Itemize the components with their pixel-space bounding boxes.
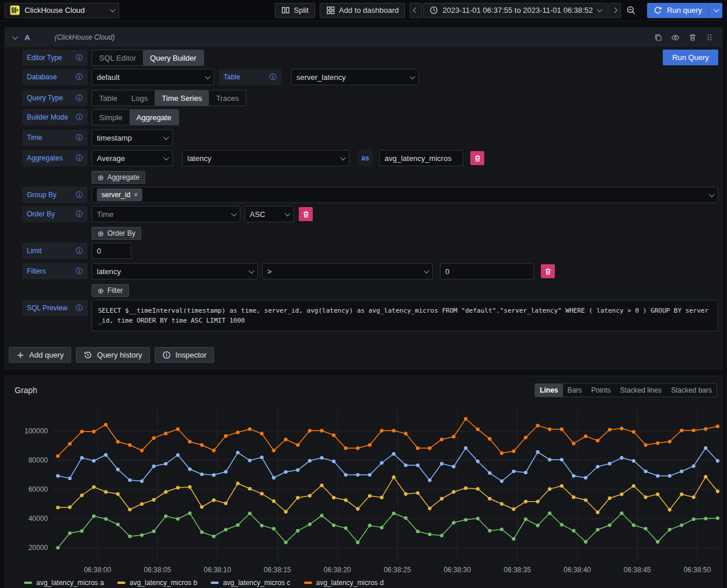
split-button[interactable]: Split — [275, 3, 315, 18]
series-point — [344, 446, 348, 450]
mode-tab-stacked-bars[interactable]: Stacked bars — [666, 384, 716, 397]
run-query-button[interactable]: Run query — [647, 3, 708, 18]
remove-query-button[interactable] — [687, 32, 698, 43]
info-icon[interactable]: ⓘ — [76, 94, 83, 102]
top-navigation-bar: ClickHouse Cloud Split Add to dashboard … — [0, 0, 727, 21]
mode-tab-lines[interactable]: Lines — [535, 384, 562, 397]
series-point — [464, 446, 467, 450]
database-select[interactable]: default — [92, 69, 214, 85]
query-history-button[interactable]: Query history — [76, 347, 149, 363]
series-point — [104, 490, 107, 494]
editor-type-option-sql-editor[interactable]: SQL Editor — [92, 50, 143, 65]
group-by-label: Group By ⓘ — [22, 187, 88, 203]
remove-order-by-button[interactable] — [299, 207, 313, 221]
order-by-direction-select[interactable]: ASC — [244, 206, 294, 222]
remove-filter-button[interactable] — [541, 264, 555, 278]
query-type-option-table[interactable]: Table — [92, 90, 124, 106]
aggregates-label: Aggregates ⓘ — [22, 150, 88, 166]
info-icon[interactable]: ⓘ — [76, 268, 83, 275]
series-point — [56, 454, 60, 458]
mode-tab-points[interactable]: Points — [586, 384, 615, 397]
time-column-select[interactable]: timestamp — [92, 130, 173, 146]
legend-swatch-icon — [24, 582, 32, 584]
remove-aggregate-button[interactable] — [470, 151, 484, 165]
info-icon[interactable]: ⓘ — [76, 134, 83, 141]
series-point — [620, 492, 623, 496]
legend-item[interactable]: avg_latency_micros c — [211, 579, 290, 587]
info-icon[interactable]: ⓘ — [76, 247, 83, 254]
run-query-dropdown-button[interactable] — [708, 3, 722, 18]
series-point — [236, 523, 240, 527]
info-icon[interactable]: ⓘ — [270, 74, 277, 80]
drag-handle[interactable] — [704, 32, 715, 43]
info-icon[interactable]: ⓘ — [76, 304, 83, 312]
add-order-by-button[interactable]: ⊕ Order By — [92, 227, 141, 240]
series-point — [164, 490, 167, 494]
query-type-option-traces[interactable]: Traces — [209, 90, 246, 106]
series-point — [200, 530, 204, 534]
series-point — [188, 440, 191, 443]
group-by-tag-server-id[interactable]: server_id × — [97, 188, 142, 201]
database-value: default — [97, 73, 120, 82]
builder-mode-option-aggregate[interactable]: Aggregate — [130, 110, 179, 125]
filters-label: Filters ⓘ — [22, 263, 88, 279]
aggregate-function-select[interactable]: Average — [92, 150, 173, 166]
query-row-header[interactable]: A (ClickHouse Cloud) — [5, 28, 722, 47]
mode-tab-stacked-lines[interactable]: Stacked lines — [616, 384, 666, 397]
time-range-back-button[interactable] — [410, 3, 422, 18]
time-range-forward-button[interactable] — [609, 3, 621, 18]
filter-field-select[interactable]: latency — [92, 263, 258, 279]
chevron-down-icon — [110, 6, 116, 12]
order-by-field-select[interactable]: Time — [92, 206, 240, 222]
series-point — [416, 491, 420, 495]
add-filter-button[interactable]: ⊕ Filter — [92, 284, 129, 297]
series-point — [536, 424, 540, 427]
info-icon[interactable]: ⓘ — [76, 155, 83, 162]
series-point — [308, 494, 312, 498]
timeseries-chart[interactable]: 2000040000600008000010000006:38:0006:38:… — [5, 402, 722, 577]
editor-type-option-query-builder[interactable]: Query Builder — [143, 50, 203, 65]
query-type-option-logs[interactable]: Logs — [124, 90, 155, 106]
filter-operator-select[interactable]: > — [262, 263, 433, 279]
add-aggregate-button[interactable]: ⊕ Aggregate — [92, 171, 145, 184]
group-by-multiselect[interactable]: server_id × — [92, 187, 718, 203]
series-point — [656, 492, 659, 496]
legend-item[interactable]: avg_latency_micros b — [117, 579, 197, 587]
add-to-dashboard-button[interactable]: Add to dashboard — [320, 3, 406, 18]
query-type-option-time-series[interactable]: Time Series — [155, 90, 209, 106]
series-point — [212, 498, 215, 502]
inspector-button[interactable]: Inspector — [155, 347, 214, 363]
collapse-chevron-icon[interactable] — [12, 34, 18, 40]
remove-tag-icon[interactable]: × — [134, 191, 138, 199]
builder-mode-option-simple[interactable]: Simple — [92, 110, 130, 125]
toggle-visibility-button[interactable] — [670, 32, 681, 43]
info-icon[interactable]: ⓘ — [76, 191, 83, 198]
series-point — [584, 476, 588, 480]
legend-item[interactable]: avg_latency_micros d — [304, 579, 384, 587]
series-point — [260, 492, 264, 495]
datasource-picker[interactable]: ClickHouse Cloud — [5, 3, 119, 18]
query-type-label: Query Type ⓘ — [22, 90, 88, 106]
series-point — [104, 423, 107, 426]
info-icon[interactable]: ⓘ — [76, 74, 83, 80]
duplicate-query-button[interactable] — [653, 32, 663, 43]
mode-tab-bars[interactable]: Bars — [563, 384, 587, 397]
legend-item[interactable]: avg_latency_micros a — [24, 579, 104, 587]
add-query-button[interactable]: Add query — [9, 347, 71, 363]
series-point — [428, 478, 431, 482]
sql-preview-row: SQL Preview ⓘ SELECT $__timeInterval(tim… — [22, 300, 718, 331]
filter-value-input[interactable] — [440, 263, 534, 279]
time-range-picker[interactable]: 2023-11-01 06:37:55 to 2023-11-01 06:38:… — [423, 3, 607, 18]
run-query-editor-button[interactable]: Run Query — [663, 50, 718, 65]
aggregate-column-select[interactable]: latency — [182, 150, 349, 166]
info-icon[interactable]: ⓘ — [76, 54, 83, 61]
limit-input[interactable] — [92, 243, 131, 259]
refresh-icon — [653, 6, 662, 15]
zoom-out-button[interactable] — [622, 3, 640, 18]
info-icon[interactable]: ⓘ — [76, 211, 83, 218]
aggregate-alias-input[interactable] — [379, 150, 463, 166]
table-select[interactable]: server_latency — [291, 69, 419, 85]
series-point — [116, 468, 120, 471]
info-icon[interactable]: ⓘ — [76, 114, 83, 121]
tag-label: server_id — [102, 191, 130, 199]
